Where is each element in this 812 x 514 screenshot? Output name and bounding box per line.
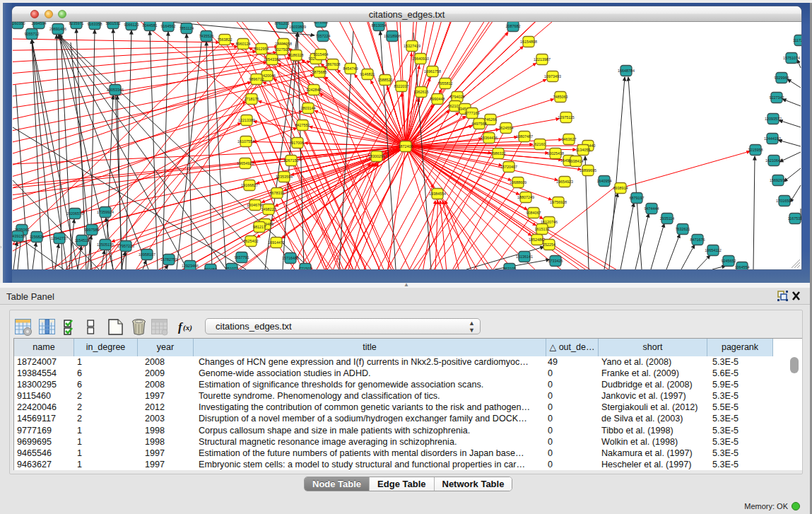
svg-text:15136141: 15136141 <box>516 255 533 259</box>
svg-text:3215958: 3215958 <box>748 148 763 152</box>
svg-text:8761203: 8761203 <box>275 22 290 25</box>
svg-text:1167533: 1167533 <box>788 216 801 221</box>
svg-text:9227342: 9227342 <box>770 95 784 100</box>
svg-text:12093572: 12093572 <box>765 117 782 121</box>
svg-text:6879197: 6879197 <box>630 196 645 200</box>
svg-text:8813054: 8813054 <box>372 23 387 28</box>
svg-text:9896712: 9896712 <box>249 77 264 81</box>
svg-text:20053346: 20053346 <box>107 88 124 92</box>
svg-text:8454749: 8454749 <box>343 66 358 71</box>
svg-text:15716485: 15716485 <box>282 256 299 260</box>
svg-text:16914479: 16914479 <box>268 240 285 245</box>
svg-text:15692971: 15692971 <box>770 178 787 182</box>
svg-text:9938414: 9938414 <box>569 159 584 163</box>
svg-text:15327419: 15327419 <box>404 44 420 48</box>
svg-text:8912954: 8912954 <box>254 47 269 51</box>
svg-text:18807249: 18807249 <box>517 195 534 199</box>
svg-text:902450: 902450 <box>204 267 217 269</box>
svg-text:9329966: 9329966 <box>775 76 789 80</box>
svg-text:771503: 771503 <box>299 267 312 269</box>
svg-text:10973493: 10973493 <box>544 74 561 78</box>
svg-text:17957223: 17957223 <box>117 244 134 248</box>
svg-text:12353594: 12353594 <box>276 175 293 179</box>
svg-text:16154808: 16154808 <box>520 40 537 44</box>
svg-text:7625402: 7625402 <box>244 239 259 243</box>
svg-text:8427552: 8427552 <box>295 123 310 127</box>
svg-text:851072: 851072 <box>225 267 238 269</box>
svg-text:2994594: 2994594 <box>32 22 47 25</box>
svg-text:12213389: 12213389 <box>238 118 255 122</box>
svg-text:3624554: 3624554 <box>499 126 514 130</box>
svg-text:8678332: 8678332 <box>270 191 285 195</box>
svg-text:17359924: 17359924 <box>97 210 114 214</box>
svg-text:1064554: 1064554 <box>735 265 750 269</box>
svg-text:1117205: 1117205 <box>793 38 801 42</box>
svg-text:12975115: 12975115 <box>558 115 575 119</box>
svg-text:6497568: 6497568 <box>472 122 487 126</box>
svg-text:9777169: 9777169 <box>465 111 480 115</box>
svg-text:1588520: 1588520 <box>378 78 393 82</box>
svg-text:9657791: 9657791 <box>235 255 249 259</box>
svg-text:8960124: 8960124 <box>236 42 251 46</box>
svg-text:7485063: 7485063 <box>553 95 568 99</box>
svg-text:7563822: 7563822 <box>218 37 233 42</box>
svg-text:16210643: 16210643 <box>765 158 782 163</box>
svg-text:1362615: 1362615 <box>414 90 429 94</box>
svg-text:16961758: 16961758 <box>424 69 441 74</box>
svg-text:20691406: 20691406 <box>49 27 66 31</box>
svg-text:12213987: 12213987 <box>534 57 551 62</box>
svg-text:1134055: 1134055 <box>576 148 591 152</box>
svg-text:8990448: 8990448 <box>430 97 445 101</box>
svg-text:1615132: 1615132 <box>535 227 550 231</box>
svg-text:9164562: 9164562 <box>161 24 176 28</box>
svg-text:16782759: 16782759 <box>160 257 177 262</box>
svg-text:18524861: 18524861 <box>529 238 546 242</box>
svg-text:10958107: 10958107 <box>139 252 155 257</box>
svg-text:9463627: 9463627 <box>562 137 577 141</box>
svg-text:6794028: 6794028 <box>450 95 465 99</box>
svg-text:7986322: 7986322 <box>491 151 506 156</box>
svg-text:10654112: 10654112 <box>705 248 722 252</box>
svg-text:16107554: 16107554 <box>237 139 254 144</box>
svg-text:10807487: 10807487 <box>516 134 533 139</box>
svg-text:1872400: 1872400 <box>399 144 413 148</box>
svg-text:19654923: 19654923 <box>556 180 573 184</box>
svg-text:8267150: 8267150 <box>284 158 299 163</box>
svg-text:7955812: 7955812 <box>438 81 453 86</box>
svg-text:2718176: 2718176 <box>245 97 259 101</box>
svg-text:9055712: 9055712 <box>25 32 40 36</box>
svg-text:9146821: 9146821 <box>360 72 375 76</box>
svg-text:8235971: 8235971 <box>69 22 84 25</box>
svg-text:12923466: 12923466 <box>182 264 199 268</box>
svg-text:18300295: 18300295 <box>368 154 385 158</box>
svg-text:1733426: 1733426 <box>548 259 563 263</box>
svg-text:10688609: 10688609 <box>510 180 526 185</box>
svg-text:17016504: 17016504 <box>776 199 793 203</box>
svg-text:19218906: 19218906 <box>384 34 401 38</box>
svg-text:8322037: 8322037 <box>394 84 409 88</box>
svg-text:10025438: 10025438 <box>547 151 564 156</box>
svg-text:15720407: 15720407 <box>500 165 517 169</box>
svg-text:2867608: 2867608 <box>326 62 341 66</box>
svg-text:19166827: 19166827 <box>241 183 258 187</box>
svg-text:8044581: 8044581 <box>143 23 158 28</box>
svg-text:15640910: 15640910 <box>412 57 429 61</box>
svg-text:9163358: 9163358 <box>88 22 102 26</box>
svg-text:9315464: 9315464 <box>314 52 329 57</box>
svg-text:252254: 252254 <box>543 243 555 247</box>
svg-text:19384554: 19384554 <box>429 192 446 196</box>
svg-text:5875685: 5875685 <box>312 70 327 74</box>
svg-text:62160: 62160 <box>535 142 546 146</box>
svg-text:981217: 981217 <box>253 225 266 229</box>
svg-text:9245652: 9245652 <box>722 259 736 263</box>
svg-text:1498222: 1498222 <box>261 207 276 211</box>
svg-text:12505135: 12505135 <box>97 243 114 247</box>
svg-text:20206576: 20206576 <box>66 211 83 216</box>
svg-text:15751074: 15751074 <box>783 56 800 60</box>
svg-text:9084067: 9084067 <box>526 211 541 215</box>
svg-text:2260350: 2260350 <box>12 22 25 25</box>
svg-text:9439159: 9439159 <box>12 234 25 238</box>
svg-text:10899695: 10899695 <box>579 168 596 173</box>
svg-text:5901532: 5901532 <box>106 22 121 25</box>
svg-text:2935114: 2935114 <box>660 216 675 221</box>
